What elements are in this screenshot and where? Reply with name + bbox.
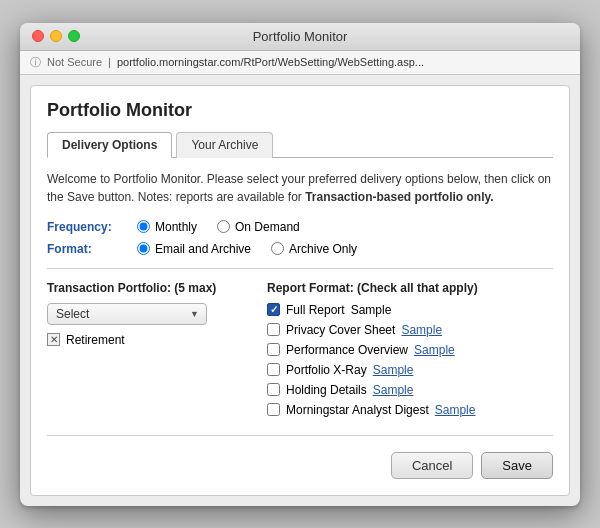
- button-row: Cancel Save: [47, 452, 553, 479]
- format-radio-group: Email and Archive Archive Only: [137, 242, 357, 256]
- frequency-ondemand-option[interactable]: On Demand: [217, 220, 300, 234]
- not-secure-label: Not Secure: [47, 56, 102, 68]
- performance-overview-sample[interactable]: Sample: [414, 343, 455, 357]
- minimize-button[interactable]: [50, 30, 62, 42]
- holding-details-label: Holding Details: [286, 383, 367, 397]
- format-email-archive-label: Email and Archive: [155, 242, 251, 256]
- portfolio-xray-label: Portfolio X-Ray: [286, 363, 367, 377]
- report-holding-details: Holding Details Sample: [267, 383, 553, 397]
- report-portfolio-xray: Portfolio X-Ray Sample: [267, 363, 553, 377]
- format-row: Format: Email and Archive Archive Only: [47, 242, 553, 256]
- address-separator: |: [108, 56, 111, 68]
- transaction-portfolio-title: Transaction Portfolio: (5 max): [47, 281, 247, 295]
- frequency-radio-group: Monthly On Demand: [137, 220, 300, 234]
- maximize-button[interactable]: [68, 30, 80, 42]
- privacy-cover-checkbox[interactable]: [267, 323, 280, 336]
- transaction-portfolio-col: Transaction Portfolio: (5 max) Select ▼ …: [47, 281, 247, 423]
- report-format-col: Report Format: (Check all that apply) Fu…: [267, 281, 553, 423]
- frequency-ondemand-label: On Demand: [235, 220, 300, 234]
- report-privacy-cover: Privacy Cover Sheet Sample: [267, 323, 553, 337]
- portfolio-xray-checkbox[interactable]: [267, 363, 280, 376]
- address-text[interactable]: portfolio.morningstar.com/RtPort/WebSett…: [117, 56, 424, 68]
- report-performance-overview: Performance Overview Sample: [267, 343, 553, 357]
- intro-text: Welcome to Portfolio Monitor. Please sel…: [47, 170, 553, 206]
- analyst-digest-sample[interactable]: Sample: [435, 403, 476, 417]
- full-report-checkbox[interactable]: [267, 303, 280, 316]
- main-window: Portfolio Monitor ⓘ Not Secure | portfol…: [20, 23, 580, 506]
- tab-your-archive[interactable]: Your Archive: [176, 132, 273, 158]
- title-bar: Portfolio Monitor: [20, 23, 580, 51]
- frequency-row: Frequency: Monthly On Demand: [47, 220, 553, 234]
- retirement-checkbox[interactable]: ✕: [47, 333, 60, 346]
- tab-bar: Delivery Options Your Archive: [47, 131, 553, 158]
- portfolio-select-wrapper: Select ▼: [47, 303, 207, 325]
- format-email-archive-radio[interactable]: [137, 242, 150, 255]
- retirement-label: Retirement: [66, 333, 125, 347]
- analyst-digest-checkbox[interactable]: [267, 403, 280, 416]
- privacy-cover-sample[interactable]: Sample: [401, 323, 442, 337]
- report-full-report: Full Report Sample: [267, 303, 553, 317]
- performance-overview-label: Performance Overview: [286, 343, 408, 357]
- address-bar: ⓘ Not Secure | portfolio.morningstar.com…: [20, 51, 580, 75]
- two-col-section: Transaction Portfolio: (5 max) Select ▼ …: [47, 281, 553, 423]
- cancel-button[interactable]: Cancel: [391, 452, 473, 479]
- lock-icon: ⓘ: [30, 55, 41, 70]
- performance-overview-checkbox[interactable]: [267, 343, 280, 356]
- format-email-archive-option[interactable]: Email and Archive: [137, 242, 251, 256]
- save-button[interactable]: Save: [481, 452, 553, 479]
- format-archive-only-label: Archive Only: [289, 242, 357, 256]
- format-archive-only-option[interactable]: Archive Only: [271, 242, 357, 256]
- report-format-title: Report Format: (Check all that apply): [267, 281, 553, 295]
- footer-divider: [47, 435, 553, 436]
- full-report-sample[interactable]: Sample: [351, 303, 392, 317]
- traffic-lights: [32, 30, 80, 42]
- full-report-label: Full Report: [286, 303, 345, 317]
- format-label: Format:: [47, 242, 137, 256]
- section-divider: [47, 268, 553, 269]
- portfolio-select[interactable]: Select: [47, 303, 207, 325]
- privacy-cover-label: Privacy Cover Sheet: [286, 323, 395, 337]
- frequency-label: Frequency:: [47, 220, 137, 234]
- portfolio-xray-sample[interactable]: Sample: [373, 363, 414, 377]
- portfolio-item-retirement: ✕ Retirement: [47, 333, 247, 347]
- frequency-monthly-radio[interactable]: [137, 220, 150, 233]
- page-title: Portfolio Monitor: [47, 100, 553, 121]
- tab-delivery-options[interactable]: Delivery Options: [47, 132, 172, 158]
- window-title: Portfolio Monitor: [253, 29, 348, 44]
- analyst-digest-label: Morningstar Analyst Digest: [286, 403, 429, 417]
- holding-details-sample[interactable]: Sample: [373, 383, 414, 397]
- frequency-ondemand-radio[interactable]: [217, 220, 230, 233]
- frequency-monthly-option[interactable]: Monthly: [137, 220, 197, 234]
- format-archive-only-radio[interactable]: [271, 242, 284, 255]
- frequency-monthly-label: Monthly: [155, 220, 197, 234]
- close-button[interactable]: [32, 30, 44, 42]
- holding-details-checkbox[interactable]: [267, 383, 280, 396]
- report-analyst-digest: Morningstar Analyst Digest Sample: [267, 403, 553, 417]
- content-area: Portfolio Monitor Delivery Options Your …: [30, 85, 570, 496]
- intro-bold: Transaction-based portfolio only.: [305, 190, 493, 204]
